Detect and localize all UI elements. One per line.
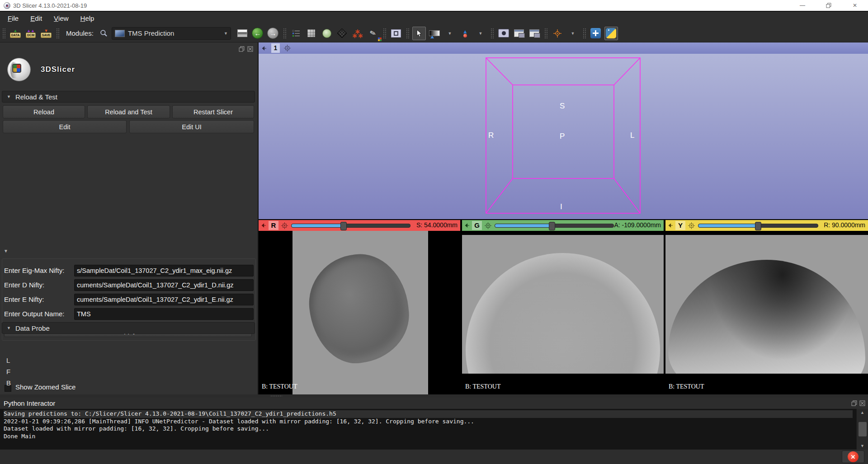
toolbar-grip[interactable] [283, 28, 286, 39]
view-options-icon[interactable] [284, 45, 291, 52]
green-slice-view[interactable]: G A: -109.0000mm B: TESTOUT [462, 219, 664, 394]
minimize-button[interactable]: — [789, 0, 816, 11]
toolbar-grip[interactable] [583, 28, 586, 39]
window-level-button[interactable] [428, 27, 441, 40]
toolbar-grip[interactable] [2, 28, 5, 39]
screen-capture-icon [391, 29, 401, 37]
console-scrollbar[interactable]: ▲ ▼ [856, 409, 868, 450]
place-fiducial-dropdown[interactable]: ▼ [474, 27, 487, 40]
python-console[interactable]: Saving predictions to: C:/Slicer/Slicer … [0, 409, 856, 450]
module-history-button[interactable] [289, 27, 303, 40]
output-name-input[interactable] [74, 308, 254, 320]
crosshair-dropdown[interactable]: ▼ [566, 27, 580, 40]
scroll-down-icon[interactable]: ▼ [860, 442, 864, 450]
red-slice-view[interactable]: R S: 54.0000mm B: TESTOUT [259, 219, 460, 394]
toolbar-grip[interactable] [491, 28, 494, 39]
data-probe-section-header[interactable]: ▼ Data Probe [2, 322, 255, 334]
save-button[interactable]: ▼SAVE [39, 27, 53, 40]
scroll-up-icon[interactable]: ▲ [860, 409, 864, 416]
menu-help[interactable]: Help [75, 12, 100, 24]
toolbar-grip[interactable] [544, 28, 547, 39]
scene-view-button[interactable] [512, 27, 526, 40]
slice-letter-badge: R [269, 221, 278, 230]
close-console-button[interactable]: ✕ [842, 450, 864, 463]
menu-edit[interactable]: Edit [24, 12, 48, 24]
menu-view[interactable]: View [48, 12, 75, 24]
slider-handle[interactable] [549, 222, 555, 230]
slice-options-icon[interactable] [688, 222, 695, 229]
scrollbar-thumb[interactable] [859, 422, 867, 436]
3d-view[interactable]: 1 S R P L I [259, 42, 868, 219]
toolbar-grip[interactable] [56, 28, 59, 39]
module-search-button[interactable] [97, 27, 111, 40]
toolbar-grip[interactable] [383, 28, 386, 39]
close-button[interactable]: ✕ [842, 0, 868, 11]
slice-offset-slider[interactable] [698, 224, 818, 228]
panel-splitter[interactable] [0, 394, 868, 398]
close-panel-icon[interactable] [247, 46, 253, 52]
volume-cube-icon [307, 29, 316, 37]
load-data-button[interactable]: ▲DATA [9, 27, 22, 40]
layout-selector-button[interactable] [236, 27, 249, 40]
slice-status-label: B: TESTOUT [262, 383, 297, 390]
slice-options-icon[interactable] [281, 222, 288, 229]
window-level-icon [429, 30, 440, 36]
python-interactor-button[interactable] [604, 27, 618, 40]
orientation-label-i: I [560, 202, 562, 211]
volume-rendering-button[interactable] [335, 27, 349, 40]
layout-icon [237, 29, 247, 37]
d-nifty-input[interactable] [74, 279, 254, 291]
collapse-triangle-icon[interactable]: ▼ [4, 248, 8, 253]
red-slice-image [292, 231, 428, 394]
slicer-logo-text: 3DSlicer [41, 65, 75, 74]
edit-ui-button[interactable]: Edit UI [129, 120, 254, 133]
menu-file[interactable]: File [2, 12, 24, 24]
transforms-module-button[interactable]: ∗∗∗ [351, 27, 364, 40]
chevron-down-icon: ▼ [448, 31, 452, 36]
volume-module-button[interactable] [305, 27, 318, 40]
load-dicom-button[interactable]: ▲▲DCM [24, 27, 38, 40]
slicer-logo-icon [7, 58, 31, 81]
restore-button[interactable] [816, 0, 842, 11]
slider-handle[interactable] [340, 222, 347, 230]
reload-test-section-header[interactable]: ▼ Reload & Test [2, 91, 255, 103]
pin-icon[interactable] [261, 46, 267, 51]
e-nifty-input[interactable] [74, 294, 254, 305]
yellow-slice-controller-bar: Y R: 90.0000mm [665, 220, 868, 231]
slice-options-icon[interactable] [485, 222, 491, 229]
reload-button[interactable]: Reload [3, 105, 85, 118]
place-fiducial-button[interactable]: ▲ [458, 27, 472, 40]
brain-slice-blob [304, 249, 414, 367]
pin-icon[interactable] [464, 223, 470, 228]
pin-icon[interactable] [668, 223, 673, 228]
undock-panel-icon[interactable] [239, 46, 245, 52]
models-module-button[interactable] [320, 27, 334, 40]
slice-offset-slider[interactable] [495, 224, 614, 228]
pin-icon[interactable] [261, 223, 266, 228]
screen-capture-button[interactable] [389, 27, 403, 40]
crosshair-button[interactable] [551, 27, 564, 40]
restart-slicer-button[interactable]: Restart Slicer [172, 105, 254, 118]
eig-max-input[interactable] [74, 265, 254, 277]
extensions-manager-button[interactable] [589, 27, 603, 40]
module-selector-dropdown[interactable]: TMS Prediction ▼ [112, 27, 231, 40]
slice-offset-slider[interactable] [291, 224, 410, 228]
yellow-slice-view[interactable]: Y R: 90.0000mm B: TESTOUT [665, 219, 868, 394]
module-back-button[interactable]: ← [251, 27, 264, 40]
close-red-icon: ✕ [848, 451, 859, 462]
reload-and-test-button[interactable]: Reload and Test [87, 105, 170, 118]
restore-scene-view-button[interactable] [528, 27, 541, 40]
close-panel-icon[interactable] [859, 400, 865, 406]
slice-letter-badge: Y [675, 221, 685, 230]
undock-panel-icon[interactable] [851, 400, 857, 406]
markups-module-button[interactable]: ✎ [366, 27, 380, 40]
slicer-window: 3D Slicer 4.13.0-2021-08-19 — ✕ File Edi… [0, 0, 868, 464]
mouse-interaction-button[interactable] [412, 27, 426, 40]
edit-button[interactable]: Edit [3, 120, 127, 133]
window-level-dropdown[interactable]: ▼ [443, 27, 457, 40]
toolbar-grip[interactable] [406, 28, 409, 39]
module-forward-button[interactable]: → [266, 27, 280, 40]
model-sphere-icon [322, 29, 331, 38]
screenshot-button[interactable] [497, 27, 510, 40]
slider-handle[interactable] [755, 222, 761, 230]
